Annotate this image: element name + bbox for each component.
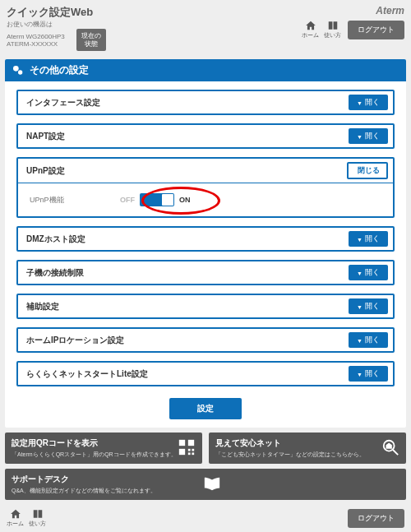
open-button[interactable]: 開く — [349, 298, 388, 314]
current-status-button[interactable]: 現在の 状態 — [76, 29, 106, 51]
card-qr[interactable]: 設定用QRコードを表示 「AtermらくらくQRスタート」用のQRコードを作成で… — [5, 433, 202, 464]
card-title: 設定用QRコードを表示 — [12, 437, 178, 449]
panel-title: その他の設定 — [30, 63, 89, 77]
card-sub: 「AtermらくらくQRスタート」用のQRコードを作成できます。 — [12, 451, 178, 459]
home-icon — [305, 20, 316, 31]
svg-rect-5 — [188, 449, 191, 451]
device-prefix: お使いの機器は — [7, 20, 302, 29]
book-icon — [32, 508, 44, 520]
svg-rect-2 — [179, 440, 185, 446]
device-model: Aterm WG2600HP3 — [7, 33, 65, 40]
nav-home[interactable]: ホーム — [302, 20, 319, 39]
chevron-down-icon — [357, 132, 363, 141]
svg-line-10 — [393, 450, 398, 455]
open-button[interactable]: 開く — [349, 332, 388, 348]
open-button[interactable]: 開く — [349, 128, 388, 144]
svg-rect-4 — [179, 449, 185, 455]
chevron-down-icon — [357, 99, 363, 107]
open-button[interactable]: 開く — [349, 265, 388, 280]
card-sub: Q&A、機能別設定ガイドなどの情報をご覧になれます。 — [12, 487, 203, 495]
footer: ホーム 使い方 ログアウト Copyright© NEC Platforms, … — [0, 505, 411, 532]
chevron-down-icon — [357, 303, 363, 311]
svg-rect-7 — [188, 453, 191, 456]
row-child-limit[interactable]: 子機の接続制限 開く — [16, 260, 395, 285]
card-support-desk[interactable]: サポートデスク Q&A、機能別設定ガイドなどの情報をご覧になれます。 — [5, 469, 406, 500]
card-sub: 「こども安心ネットタイマー」などの設定はこちらから。 — [215, 451, 381, 459]
home-icon — [10, 508, 21, 520]
device-id: ATERM-XXXXXX — [7, 40, 65, 48]
footer-logout-button[interactable]: ログアウト — [348, 509, 404, 528]
toggle-on-label: ON — [179, 196, 191, 204]
card-title: 見えて安心ネット — [215, 437, 381, 449]
row-label: UPnP設定 — [26, 165, 65, 177]
panel-header: その他の設定 — [5, 59, 406, 81]
settings-panel: その他の設定 インタフェース設定 開く NAPT設定 開く UPnP設定 閉じる… — [5, 59, 406, 428]
row-upnp-expanded: UPnP設定 閉じる UPnP機能 OFF ON — [16, 157, 395, 218]
open-button[interactable]: 開く — [349, 231, 388, 247]
upnp-toggle[interactable] — [140, 193, 174, 206]
row-rakuraku-netstart[interactable]: らくらくネットスタートLite設定 開く — [16, 361, 395, 386]
apply-settings-button[interactable]: 設定 — [169, 398, 242, 419]
chevron-down-icon — [357, 235, 363, 243]
row-dmz[interactable]: DMZホスト設定 開く — [16, 226, 395, 252]
chevron-down-icon — [357, 370, 363, 378]
header: クイック設定Web お使いの機器は Aterm WG2600HP3 ATERM-… — [0, 0, 411, 54]
row-home-ip-location[interactable]: ホームIPロケーション設定 開く — [16, 327, 395, 353]
svg-rect-8 — [192, 453, 194, 456]
row-napt[interactable]: NAPT設定 開く — [16, 123, 395, 149]
brand-logo: Aterm — [376, 5, 404, 16]
card-safety-net[interactable]: 見えて安心ネット 「こども安心ネットタイマー」などの設定はこちらから。 — [209, 433, 406, 464]
open-book-icon — [203, 474, 221, 494]
open-button[interactable]: 開く — [349, 95, 388, 110]
magnifier-home-icon — [381, 438, 399, 458]
row-label: NAPT設定 — [26, 131, 65, 142]
row-label: 補助設定 — [26, 301, 59, 312]
row-label: DMZホスト設定 — [26, 234, 85, 245]
nav-howto[interactable]: 使い方 — [324, 20, 341, 39]
svg-point-0 — [13, 66, 19, 72]
chevron-down-icon — [357, 336, 363, 345]
svg-point-1 — [18, 70, 22, 74]
row-label: ホームIPロケーション設定 — [26, 335, 124, 346]
book-icon — [327, 20, 339, 31]
logout-button[interactable]: ログアウト — [348, 21, 404, 39]
open-button[interactable]: 開く — [349, 366, 388, 382]
row-interface[interactable]: インタフェース設定 開く — [16, 90, 395, 115]
footer-nav-howto[interactable]: 使い方 — [29, 508, 46, 528]
row-label: 子機の接続制限 — [26, 267, 84, 279]
chevron-down-icon — [357, 269, 363, 277]
close-button[interactable]: 閉じる — [347, 162, 388, 179]
gears-icon — [12, 64, 25, 77]
app-title: クイック設定Web — [7, 5, 302, 20]
footer-nav-home[interactable]: ホーム — [7, 508, 24, 528]
svg-rect-6 — [192, 449, 194, 451]
upnp-function-label: UPnP機能 — [30, 195, 120, 206]
card-title: サポートデスク — [12, 474, 203, 485]
row-assist[interactable]: 補助設定 開く — [16, 294, 395, 319]
toggle-off-label: OFF — [120, 196, 135, 204]
row-label: らくらくネットスタートLite設定 — [26, 368, 148, 380]
row-label: インタフェース設定 — [26, 97, 100, 109]
qr-icon — [178, 438, 196, 458]
svg-rect-3 — [188, 440, 194, 446]
